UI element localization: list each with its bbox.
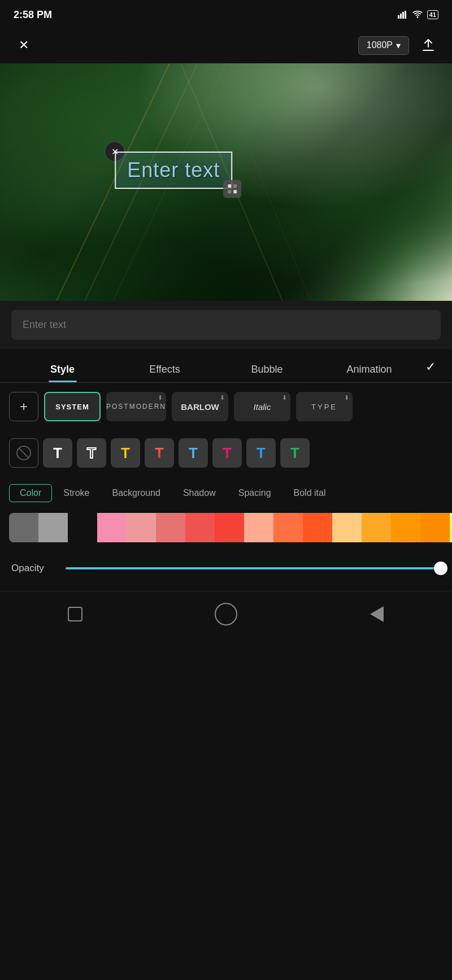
text-overlay-box: Enter text [115, 152, 232, 189]
svg-point-4 [416, 16, 418, 18]
style-blue-outline[interactable]: T [179, 438, 208, 468]
svg-rect-1 [400, 14, 402, 19]
opacity-slider[interactable] [66, 567, 441, 569]
no-style-icon [16, 445, 32, 461]
swatch-orange2[interactable] [273, 513, 303, 542]
battery-icon: 41 [427, 10, 438, 19]
signal-icon [398, 11, 408, 19]
opacity-label: Opacity [11, 563, 56, 574]
status-bar: 2:58 PM 41 [0, 0, 452, 27]
swatch-black[interactable] [68, 513, 97, 542]
swatch-yellow1[interactable] [450, 513, 452, 542]
font-type[interactable]: ⬇ TYPE [296, 392, 353, 421]
opacity-row: Opacity [0, 551, 452, 591]
swatch-amber2[interactable] [362, 513, 391, 542]
text-input-area [0, 301, 452, 349]
tabs-row: Style Effects Bubble Animation ✓ [0, 349, 452, 382]
font-system[interactable]: SYSTEM [44, 392, 101, 421]
font-postmodern-dl: ⬇ [158, 394, 163, 402]
tab-animation[interactable]: Animation [318, 358, 420, 382]
font-barlow-label: BARLOW [181, 402, 219, 412]
svg-line-17 [19, 448, 29, 458]
back-icon [370, 606, 384, 622]
style-outline-white[interactable]: T [77, 438, 106, 468]
style-blue-plain[interactable]: T [246, 438, 276, 468]
swatch-red4[interactable] [215, 513, 244, 542]
text-input[interactable] [11, 310, 441, 340]
opacity-thumb[interactable] [434, 562, 447, 575]
svg-rect-2 [402, 12, 404, 19]
svg-rect-3 [405, 11, 406, 19]
resize-handle[interactable] [223, 180, 241, 198]
font-type-label: TYPE [311, 403, 337, 411]
font-type-dl: ⬇ [344, 394, 349, 402]
font-selector-row: + SYSTEM ⬇ POSTMODERN ⬇ BARLOW ⬇ Italic … [0, 383, 452, 430]
color-swatches-row [0, 508, 452, 551]
color-tabs-row: Color Stroke Background Shadow Spacing B… [0, 476, 452, 508]
swatch-amber1[interactable] [332, 513, 362, 542]
stop-icon [68, 607, 82, 621]
style-red-gradient[interactable]: T [145, 438, 174, 468]
upload-button[interactable] [418, 35, 438, 55]
font-postmodern-label: POSTMODERN [106, 403, 166, 411]
toolbar-right: 1080P ▾ [358, 35, 438, 55]
swatch-gray1[interactable] [9, 513, 38, 542]
color-tab-color[interactable]: Color [9, 484, 52, 502]
swatch-amber3[interactable] [391, 513, 420, 542]
color-tab-spacing[interactable]: Spacing [227, 483, 282, 503]
status-icons: 41 [398, 10, 438, 19]
resolution-label: 1080P [367, 40, 393, 50]
style-pink[interactable]: T [212, 438, 242, 468]
swatch-pink1[interactable] [97, 513, 127, 542]
tab-confirm-button[interactable]: ✓ [420, 360, 441, 381]
battery-level: 41 [429, 11, 436, 18]
overlay-text: Enter text [127, 158, 220, 182]
svg-rect-0 [398, 15, 399, 19]
font-italic-dl: ⬇ [282, 394, 287, 402]
color-tab-background[interactable]: Background [101, 483, 171, 503]
swatch-gray2[interactable] [38, 513, 68, 542]
style-none[interactable] [9, 438, 38, 468]
tab-effects[interactable]: Effects [114, 358, 216, 382]
font-postmodern[interactable]: ⬇ POSTMODERN [106, 392, 166, 421]
home-icon [215, 603, 237, 625]
swatch-red2[interactable] [156, 513, 185, 542]
nav-stop-button[interactable] [62, 601, 89, 628]
font-italic[interactable]: ⬇ Italic [234, 392, 290, 421]
nav-home-button[interactable] [212, 601, 240, 628]
swatch-orange3[interactable] [303, 513, 332, 542]
svg-rect-12 [228, 184, 231, 188]
swatch-amber4[interactable] [420, 513, 450, 542]
color-tab-boldital[interactable]: Bold ital [282, 483, 337, 503]
font-barlow[interactable]: ⬇ BARLOW [172, 392, 228, 421]
bottom-nav [0, 591, 452, 641]
wifi-icon [412, 11, 423, 19]
font-italic-label: Italic [254, 402, 271, 412]
nav-back-button[interactable] [363, 601, 390, 628]
style-plain-white[interactable]: T [43, 438, 72, 468]
color-tab-stroke[interactable]: Stroke [52, 483, 101, 503]
svg-rect-15 [233, 184, 237, 188]
style-green-plain[interactable]: T [280, 438, 310, 468]
status-time: 2:58 PM [14, 9, 52, 21]
font-system-label: SYSTEM [55, 403, 89, 411]
add-font-button[interactable]: + [9, 392, 38, 421]
tab-bubble[interactable]: Bubble [216, 358, 318, 382]
style-variants-row: T T T T T T T T [0, 430, 452, 476]
color-tab-shadow[interactable]: Shadow [172, 483, 227, 503]
svg-rect-5 [423, 50, 434, 51]
style-yellow[interactable]: T [111, 438, 140, 468]
swatch-red1[interactable] [127, 513, 156, 542]
close-button[interactable]: ✕ [14, 35, 34, 55]
swatch-red3[interactable] [185, 513, 215, 542]
resolution-button[interactable]: 1080P ▾ [358, 36, 409, 55]
swatch-orange1[interactable] [244, 513, 273, 542]
font-barlow-dl: ⬇ [220, 394, 225, 402]
upload-icon [420, 37, 436, 53]
svg-rect-14 [228, 190, 231, 193]
resize-icon [228, 184, 237, 193]
resolution-chevron-icon: ▾ [396, 40, 401, 51]
top-toolbar: ✕ 1080P ▾ [0, 27, 452, 63]
text-overlay-container[interactable]: ✕ Enter text [115, 152, 232, 189]
tab-style[interactable]: Style [11, 358, 114, 382]
